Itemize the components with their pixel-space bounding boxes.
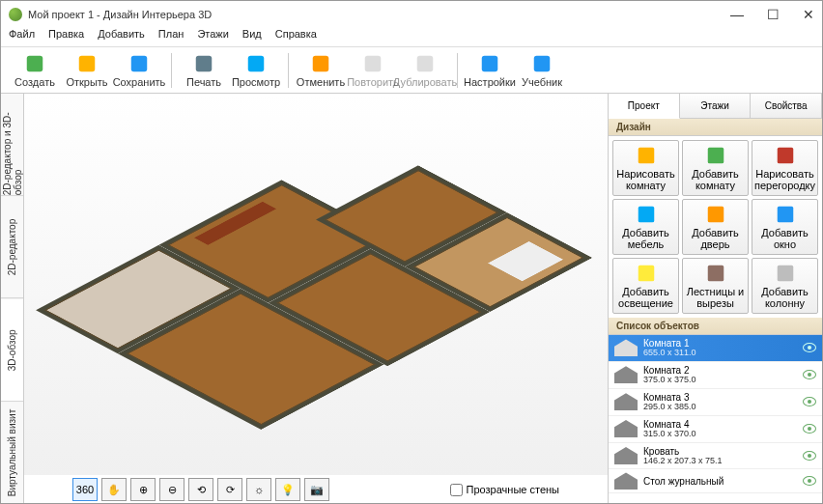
svg-rect-1 bbox=[79, 55, 96, 71]
visibility-icon[interactable] bbox=[803, 424, 816, 434]
side-tab-2[interactable]: 3D-обзор bbox=[1, 299, 23, 402]
menu-Добавить[interactable]: Добавить bbox=[98, 28, 145, 46]
menu-Вид[interactable]: Вид bbox=[242, 28, 262, 46]
object-icon bbox=[614, 393, 638, 410]
app-icon bbox=[9, 8, 22, 21]
svg-rect-7 bbox=[417, 55, 434, 71]
visibility-icon[interactable] bbox=[803, 343, 816, 352]
svg-rect-9 bbox=[534, 55, 551, 71]
menu-Файл[interactable]: Файл bbox=[9, 28, 35, 46]
toolbar-redo-button[interactable]: Повторить bbox=[347, 53, 399, 88]
menu-План[interactable]: План bbox=[158, 28, 184, 46]
visibility-icon[interactable] bbox=[803, 397, 816, 406]
menu-Правка[interactable]: Правка bbox=[48, 28, 84, 46]
close-button[interactable]: ✕ bbox=[803, 7, 814, 22]
design-Добавить-окно[interactable]: Добавитьокно bbox=[752, 199, 818, 255]
toolbar-new-button[interactable]: Создать bbox=[9, 53, 61, 88]
object-item[interactable]: Комната 2375.0 x 375.0 bbox=[609, 362, 822, 389]
view-tool-5[interactable]: ⟳ bbox=[217, 478, 242, 501]
visibility-icon[interactable] bbox=[803, 451, 816, 461]
side-tab-1[interactable]: 2D-редактор bbox=[1, 196, 23, 298]
titlebar: Мой проект 1 - Дизайн Интерьера 3D — ☐ ✕ bbox=[1, 1, 822, 28]
svg-rect-16 bbox=[638, 266, 654, 282]
visibility-icon[interactable] bbox=[803, 370, 816, 379]
view-tool-0[interactable]: 360 bbox=[72, 478, 98, 501]
right-tab-Свойства[interactable]: Свойства bbox=[751, 94, 822, 118]
svg-rect-0 bbox=[27, 55, 43, 71]
svg-rect-12 bbox=[777, 148, 793, 164]
design-Нарисовать-комнату[interactable]: Нарисоватькомнату bbox=[612, 140, 679, 196]
svg-rect-13 bbox=[638, 207, 654, 223]
maximize-button[interactable]: ☐ bbox=[767, 7, 780, 22]
view-tool-3[interactable]: ⊖ bbox=[159, 478, 184, 501]
view-tools: 360✋⊕⊖⟲⟳☼💡📷 Прозрачные стены bbox=[24, 475, 608, 504]
right-tab-Этажи[interactable]: Этажи bbox=[680, 94, 752, 118]
object-item[interactable]: Комната 4315.0 x 370.0 bbox=[609, 416, 822, 443]
toolbar-dup-button[interactable]: Дублировать bbox=[399, 53, 451, 88]
toolbar-help-button[interactable]: Учебник bbox=[516, 53, 568, 88]
design-Добавить-дверь[interactable]: Добавитьдверь bbox=[682, 199, 749, 255]
view-tool-2[interactable]: ⊕ bbox=[130, 478, 156, 501]
svg-rect-8 bbox=[482, 55, 498, 71]
3d-canvas[interactable] bbox=[24, 94, 608, 475]
right-panel: ПроектЭтажиСвойства Дизайн Нарисоватьком… bbox=[608, 94, 822, 504]
object-icon bbox=[614, 366, 638, 383]
side-tab-3[interactable]: Виртуальный визит bbox=[1, 402, 23, 504]
toolbar-open-button[interactable]: Открыть bbox=[61, 53, 113, 88]
object-icon bbox=[614, 420, 638, 437]
menu-Справка[interactable]: Справка bbox=[275, 28, 317, 46]
toolbar-settings-button[interactable]: Настройки bbox=[464, 53, 516, 88]
side-tabs: 2D-редактор и 3D-обзор2D-редактор3D-обзо… bbox=[1, 94, 24, 504]
svg-rect-18 bbox=[777, 266, 793, 282]
design-Добавить-комнату[interactable]: Добавитькомнату bbox=[682, 140, 749, 196]
view-tool-6[interactable]: ☼ bbox=[246, 478, 271, 501]
toolbar-preview-button[interactable]: Просмотр bbox=[230, 53, 282, 88]
object-item[interactable]: Комната 3295.0 x 385.0 bbox=[609, 389, 822, 416]
design-Лестницы и-вырезы[interactable]: Лестницы ивырезы bbox=[682, 258, 749, 314]
object-item[interactable]: Комната 1655.0 x 311.0 bbox=[609, 335, 822, 362]
minimize-button[interactable]: — bbox=[730, 7, 744, 22]
design-header: Дизайн bbox=[609, 119, 822, 136]
object-item[interactable]: Стол журнальный bbox=[609, 469, 822, 493]
menu-Этажи[interactable]: Этажи bbox=[197, 28, 228, 46]
svg-rect-17 bbox=[707, 266, 724, 282]
transparent-walls-checkbox[interactable]: Прозрачные стены bbox=[450, 484, 559, 496]
toolbar-undo-button[interactable]: Отменить bbox=[295, 53, 347, 88]
view-tool-8[interactable]: 📷 bbox=[304, 478, 329, 501]
svg-rect-5 bbox=[313, 55, 329, 71]
svg-rect-3 bbox=[196, 55, 213, 71]
toolbar-save-button[interactable]: Сохранить bbox=[113, 53, 165, 88]
right-tab-Проект[interactable]: Проект bbox=[609, 94, 680, 119]
right-tabs: ПроектЭтажиСвойства bbox=[609, 94, 822, 119]
design-grid: НарисоватькомнатуДобавитькомнатуНарисова… bbox=[609, 136, 822, 318]
svg-rect-6 bbox=[365, 55, 382, 71]
toolbar-print-button[interactable]: Печать bbox=[178, 53, 230, 88]
svg-rect-2 bbox=[131, 55, 148, 71]
main-toolbar: СоздатьОткрытьСохранитьПечатьПросмотрОтм… bbox=[1, 47, 822, 94]
view-tool-1[interactable]: ✋ bbox=[101, 478, 127, 501]
view-tool-4[interactable]: ⟲ bbox=[188, 478, 213, 501]
window-title: Мой проект 1 - Дизайн Интерьера 3D bbox=[28, 9, 212, 20]
object-icon bbox=[614, 447, 638, 464]
visibility-icon[interactable] bbox=[803, 476, 816, 486]
design-Добавить-мебель[interactable]: Добавитьмебель bbox=[612, 199, 679, 255]
side-tab-0[interactable]: 2D-редактор и 3D-обзор bbox=[1, 94, 23, 196]
svg-rect-14 bbox=[707, 207, 724, 223]
design-Нарисовать-перегородку[interactable]: Нарисоватьперегородку bbox=[752, 140, 818, 196]
objects-header: Список объектов bbox=[609, 318, 822, 335]
viewport: 360✋⊕⊖⟲⟳☼💡📷 Прозрачные стены bbox=[24, 94, 608, 504]
design-Добавить-колонну[interactable]: Добавитьколонну bbox=[752, 258, 818, 314]
object-icon bbox=[614, 472, 638, 490]
design-Добавить-освещение[interactable]: Добавитьосвещение bbox=[612, 258, 679, 314]
object-list: Комната 1655.0 x 311.0Комната 2375.0 x 3… bbox=[609, 335, 822, 504]
view-tool-7[interactable]: 💡 bbox=[275, 478, 300, 501]
svg-rect-10 bbox=[638, 148, 654, 164]
svg-rect-4 bbox=[248, 55, 265, 71]
menubar: ФайлПравкаДобавитьПланЭтажиВидСправка bbox=[1, 28, 822, 47]
object-icon bbox=[614, 339, 638, 356]
object-item[interactable]: Кровать146.2 x 207.3 x 75.1 bbox=[609, 443, 822, 470]
svg-rect-11 bbox=[707, 148, 724, 164]
svg-rect-15 bbox=[777, 207, 793, 223]
